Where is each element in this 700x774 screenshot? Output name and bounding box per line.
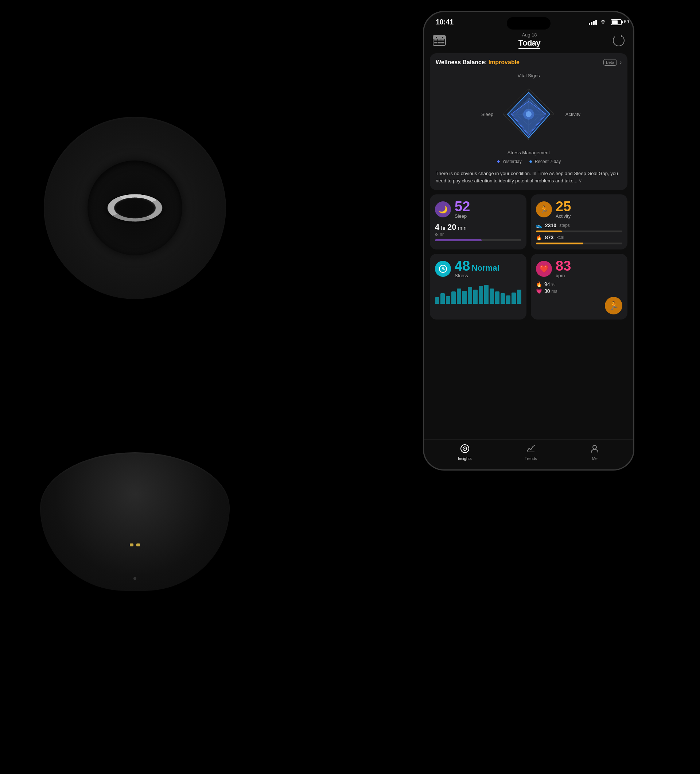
scroll-content: Wellness Balance: Improvable Beta › Vita… bbox=[424, 53, 633, 439]
hrv-ms-icon: 💗 bbox=[536, 288, 542, 294]
ring-device bbox=[29, 117, 241, 591]
connector-pin-1 bbox=[130, 544, 134, 546]
calories-label: kcal bbox=[556, 235, 564, 240]
tab-me[interactable]: Me bbox=[590, 444, 599, 461]
tab-me-label: Me bbox=[592, 456, 598, 461]
sleep-icon: 🌙 bbox=[435, 201, 451, 217]
svg-point-18 bbox=[593, 445, 596, 449]
nav-center: Aug 18 Today bbox=[518, 32, 541, 49]
calendar-icon[interactable] bbox=[433, 35, 446, 46]
smart-ring bbox=[103, 192, 167, 224]
sleep-progress-bar bbox=[435, 239, 521, 241]
stress-bar-chart bbox=[435, 282, 521, 304]
hrv-icon: 🔥 bbox=[536, 281, 542, 287]
charging-dock bbox=[40, 452, 229, 591]
radar-svg bbox=[492, 81, 565, 147]
heart-rate-card[interactable]: ❤️ 83 bpm 🔥 94 % bbox=[531, 254, 627, 319]
svg-rect-12 bbox=[529, 160, 532, 163]
legend-yesterday: Yesterday bbox=[502, 159, 522, 164]
radar-legend: Yesterday Recent 7-day bbox=[497, 159, 561, 164]
wellness-header: Wellness Balance: Improvable Beta › bbox=[436, 59, 622, 66]
status-icons: 69 bbox=[589, 19, 622, 25]
activity-details: 👟 2310 steps 🔥 873 bbox=[536, 223, 622, 245]
stress-label: Stress bbox=[455, 273, 500, 278]
page-title: Today bbox=[518, 38, 541, 48]
hrv-ms-value: 30 ms bbox=[544, 288, 557, 294]
sleep-card[interactable]: 🌙 52 Sleep 4 hr 20 min /8 hr bbox=[430, 194, 527, 250]
ring-holder-inner bbox=[88, 160, 182, 255]
svg-point-16 bbox=[464, 448, 465, 449]
sleep-score: 52 bbox=[455, 200, 470, 213]
refresh-icon[interactable] bbox=[613, 35, 624, 46]
hr-details: 🔥 94 % 💗 30 ms bbox=[536, 281, 622, 294]
stress-score: 48 bbox=[455, 258, 470, 274]
chevron-right-icon[interactable]: › bbox=[620, 59, 622, 66]
activity-icon: 🏃 bbox=[536, 201, 552, 217]
svg-point-10 bbox=[526, 111, 532, 117]
dock-connector bbox=[124, 543, 146, 547]
me-icon bbox=[590, 444, 599, 453]
nav-header: Aug 18 Today bbox=[424, 29, 633, 53]
wellness-status: Improvable bbox=[489, 59, 520, 65]
battery-icon bbox=[611, 19, 622, 25]
tab-bar: Insights Trends bbox=[424, 439, 633, 470]
steps-value: 2310 bbox=[545, 223, 556, 228]
radar-chart: Vital Signs Sleep bbox=[436, 70, 622, 167]
stress-card[interactable]: 48 Normal Stress bbox=[430, 254, 527, 319]
steps-label: steps bbox=[559, 223, 570, 228]
status-time: 10:41 bbox=[436, 18, 454, 26]
insights-icon bbox=[460, 444, 470, 453]
phone: 10:41 69 bbox=[423, 11, 634, 471]
sleep-details: 4 hr 20 min /8 hr bbox=[435, 223, 521, 241]
activity-card[interactable]: 🏃 25 Activity 👟 2310 steps bbox=[531, 194, 627, 250]
heart-rate-value: 83 bbox=[556, 259, 571, 273]
calories-progress bbox=[536, 243, 622, 245]
phone-screen: 10:41 69 bbox=[424, 12, 633, 470]
wellness-description: There is no obvious change in your condi… bbox=[436, 170, 622, 184]
trends-icon bbox=[526, 444, 536, 453]
show-more-button[interactable]: ∨ bbox=[579, 178, 582, 184]
fire-icon: 🔥 bbox=[536, 235, 542, 240]
hrv-value: 94 % bbox=[544, 281, 555, 287]
battery-indicator: 69 bbox=[611, 19, 622, 25]
sleep-goal: /8 hr bbox=[435, 232, 521, 237]
activity-fab-button[interactable]: 🏃 bbox=[605, 297, 622, 314]
connector-pin-2 bbox=[136, 544, 140, 546]
battery-percentage: 69 bbox=[624, 19, 629, 25]
stress-icon bbox=[435, 261, 451, 277]
tab-trends[interactable]: Trends bbox=[525, 444, 537, 461]
stats-grid-row2: 48 Normal Stress bbox=[430, 254, 627, 319]
beta-badge: Beta bbox=[603, 59, 617, 66]
wellness-card: Wellness Balance: Improvable Beta › Vita… bbox=[430, 53, 627, 190]
stats-grid-row1: 🌙 52 Sleep 4 hr 20 min /8 hr bbox=[430, 194, 627, 250]
radar-bottom-label: Stress Management bbox=[507, 150, 550, 155]
nav-date: Aug 18 bbox=[522, 32, 537, 38]
signal-icon bbox=[589, 20, 597, 25]
svg-rect-11 bbox=[497, 160, 500, 163]
tab-insights[interactable]: Insights bbox=[458, 444, 472, 461]
shoe-icon: 👟 bbox=[536, 223, 542, 228]
calories-value: 873 bbox=[545, 235, 553, 240]
legend-recent: Recent 7-day bbox=[535, 159, 561, 164]
tab-insights-label: Insights bbox=[458, 456, 472, 461]
tab-trends-label: Trends bbox=[525, 456, 537, 461]
hr-unit: bpm bbox=[556, 273, 571, 278]
sleep-label: Sleep bbox=[455, 213, 470, 219]
wifi-icon bbox=[600, 19, 606, 25]
activity-label: Activity bbox=[556, 213, 571, 219]
phone-frame: 10:41 69 bbox=[423, 11, 634, 471]
ring-holder-lid bbox=[44, 117, 226, 299]
stress-level: Normal bbox=[472, 263, 500, 273]
wellness-title: Wellness Balance: bbox=[436, 59, 489, 65]
steps-progress bbox=[536, 230, 622, 232]
dynamic-island bbox=[507, 17, 550, 30]
radar-top-label: Vital Signs bbox=[517, 73, 540, 78]
heart-icon: ❤️ bbox=[536, 261, 552, 277]
radar-left-label: Sleep bbox=[481, 112, 493, 117]
activity-score: 25 bbox=[556, 200, 571, 213]
radar-right-label: Activity bbox=[565, 112, 580, 117]
